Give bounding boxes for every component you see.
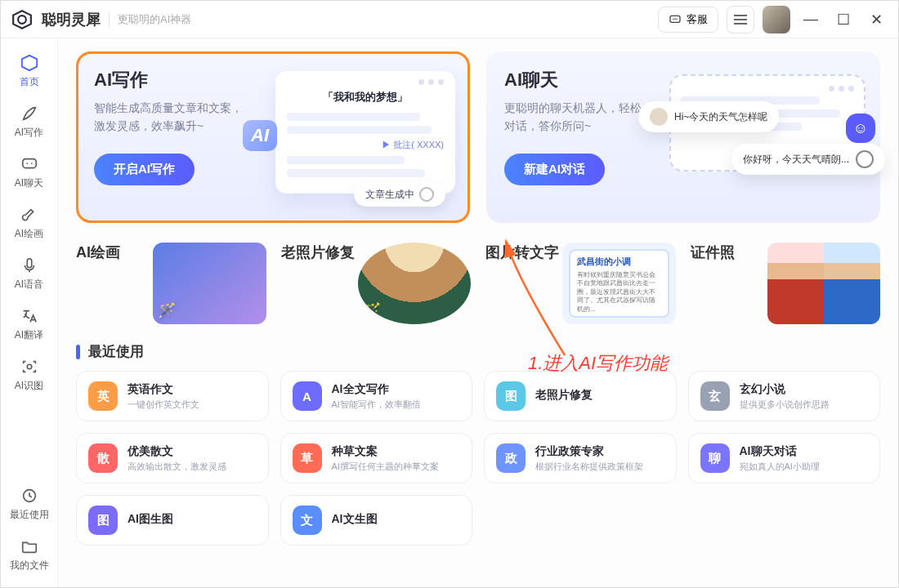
mic-icon [20, 256, 39, 275]
recent-card-icon: A [293, 381, 322, 411]
sidebar-item-chat[interactable]: AI聊天 [5, 149, 54, 195]
recent-heading: 最近使用 [76, 342, 880, 361]
wand-icon: 🪄 [363, 301, 381, 319]
recent-card-subtitle: 一键创作英文作文 [127, 399, 199, 411]
home-icon [20, 53, 39, 73]
user-avatar[interactable] [763, 6, 790, 33]
svg-point-8 [26, 163, 28, 164]
recent-card[interactable]: 散优美散文高效输出散文，激发灵感 [76, 433, 269, 483]
recent-card-title: AI聊天对话 [740, 444, 820, 459]
chat-icon [20, 154, 39, 174]
close-button[interactable]: ✕ [864, 11, 888, 29]
sidebar-item-scan[interactable]: AI识图 [5, 352, 54, 398]
recent-card-subtitle: 提供更多小说创作思路 [740, 399, 830, 411]
recent-card[interactable]: 英英语作文一键创作英文作文 [76, 371, 269, 421]
sidebar-item-clock[interactable]: 最近使用 [5, 481, 54, 527]
recent-card-subtitle: 高效输出散文，激发灵感 [127, 461, 226, 473]
svg-marker-6 [21, 56, 36, 70]
recent-card-subtitle: 根据行业名称提供政策框架 [535, 461, 643, 473]
sidebar-item-label: 最近使用 [10, 508, 49, 522]
app-slogan: 更聪明的AI神器 [118, 12, 191, 27]
mock-annotation-label: ▶ 批注( XXXX) [287, 139, 444, 151]
sidebar: 首页AI写作AI聊天AI绘画AI语音AI翻译AI识图最近使用我的文件 [1, 38, 58, 587]
feature-card[interactable]: AI绘画🪄 [76, 243, 266, 324]
wand-icon: 🪄 [158, 301, 176, 319]
feature-title: AI绘画 [76, 243, 153, 262]
sidebar-item-label: AI写作 [15, 126, 43, 140]
chat-bubble-icon [669, 13, 682, 26]
recent-card-icon: 图 [88, 506, 118, 535]
recent-card[interactable]: 聊AI聊天对话宛如真人的AI小助理 [688, 433, 881, 483]
sidebar-item-brush[interactable]: AI绘画 [5, 200, 54, 246]
recent-card-icon: 政 [496, 443, 526, 473]
chat-ai-icon: ☺ [846, 114, 875, 143]
svg-marker-0 [13, 11, 31, 29]
recent-card[interactable]: 草种草文案AI撰写任何主题的种草文案 [280, 433, 473, 483]
recent-card-title: 种草文案 [332, 444, 439, 459]
recent-card-icon: 散 [88, 443, 118, 473]
sidebar-item-label: AI语音 [15, 278, 43, 292]
support-label: 客服 [687, 12, 708, 27]
recent-card[interactable]: AAI全文写作AI智能写作，效率翻倍 [280, 371, 473, 421]
svg-point-4 [674, 18, 676, 20]
brush-icon [20, 205, 39, 225]
annotation-step-1: 1.进入AI写作功能 [528, 351, 668, 376]
recent-card[interactable]: 图AI图生图 [76, 495, 269, 546]
recent-card-icon: 图 [496, 381, 526, 411]
recent-card-subtitle: AI智能写作，效率翻倍 [332, 399, 421, 411]
recent-card-title: AI全文写作 [332, 382, 421, 397]
svg-rect-10 [27, 259, 32, 268]
app-name: 聪明灵犀 [42, 10, 101, 29]
minimize-button[interactable]: — [798, 11, 823, 28]
recent-card[interactable]: 玄玄幻小说提供更多小说创作思路 [688, 371, 881, 421]
recent-card-title: 行业政策专家 [535, 444, 643, 459]
pen-icon [20, 104, 39, 123]
recent-card[interactable]: 文AI文生图 [280, 495, 473, 546]
feature-card[interactable]: 图片转文字武昌街的小调有时候到重庆随意买书总会不自觉地跟武昌街比去走一圈，最近发… [485, 243, 676, 324]
new-ai-chat-button[interactable]: 新建AI对话 [504, 154, 605, 185]
folder-icon [20, 537, 39, 556]
writing-mockup: 「我和我的梦想」 ▶ 批注( XXXX) AI 文章生成中 [275, 71, 455, 194]
open-ai-writing-button[interactable]: 开启AI写作 [94, 154, 195, 185]
sidebar-item-home[interactable]: 首页 [5, 48, 54, 94]
chat-user-bubble: Hi~今天的天气怎样呢 [638, 101, 779, 132]
recent-card-subtitle: 宛如真人的AI小助理 [740, 461, 820, 473]
sidebar-item-label: AI聊天 [15, 176, 43, 190]
svg-point-11 [27, 364, 32, 369]
app-logo-icon [11, 8, 34, 31]
svg-point-3 [673, 18, 674, 20]
sidebar-item-label: 首页 [20, 75, 39, 89]
sidebar-item-label: AI绘画 [15, 227, 43, 241]
recent-card[interactable]: 图老照片修复 [484, 371, 677, 421]
hero-writing-desc: 智能生成高质量文章和文案， 激发灵感，效率飙升~ [94, 99, 257, 136]
chat-mockup: ☺ Hi~今天的天气怎样呢 你好呀，今天天气晴朗... [669, 74, 865, 172]
feature-card[interactable]: 老照片修复🪄 [281, 243, 472, 324]
recent-card-title: 优美散文 [127, 444, 226, 459]
hero-ai-chat[interactable]: AI聊天 更聪明的聊天机器人，轻松 对话，答你所问~ 新建AI对话 ☺ Hi~今… [486, 51, 880, 223]
feature-card[interactable]: 证件照 [691, 243, 881, 324]
hero-ai-writing[interactable]: AI写作 智能生成高质量文章和文案， 激发灵感，效率飙升~ 开启AI写作 「我和… [76, 51, 470, 223]
sidebar-item-pen[interactable]: AI写作 [5, 99, 54, 145]
recent-card[interactable]: 政行业政策专家根据行业名称提供政策框架 [484, 433, 677, 483]
svg-rect-7 [22, 159, 36, 168]
svg-point-1 [18, 16, 26, 24]
recent-card-icon: 英 [88, 381, 118, 411]
recent-card-subtitle: AI撰写任何主题的种草文案 [332, 461, 439, 473]
recent-card-icon: 玄 [700, 381, 730, 411]
recent-card-icon: 草 [293, 443, 322, 473]
feature-title: 图片转文字 [485, 243, 562, 262]
maximize-button[interactable]: ☐ [831, 11, 856, 29]
sidebar-item-mic[interactable]: AI语音 [5, 251, 54, 296]
scan-icon [20, 357, 39, 376]
menu-button[interactable] [727, 6, 754, 33]
support-button[interactable]: 客服 [658, 7, 718, 33]
sidebar-item-translate[interactable]: AI翻译 [5, 301, 54, 347]
svg-point-5 [676, 18, 678, 20]
sidebar-item-label: 我的文件 [10, 559, 49, 572]
recent-card-title: 玄幻小说 [740, 382, 830, 397]
mock-doc-title: 「我和我的梦想」 [287, 90, 444, 105]
translate-icon [20, 306, 39, 326]
clock-icon [20, 486, 39, 506]
sidebar-item-folder[interactable]: 我的文件 [5, 532, 54, 577]
recent-card-title: AI图生图 [127, 512, 173, 527]
